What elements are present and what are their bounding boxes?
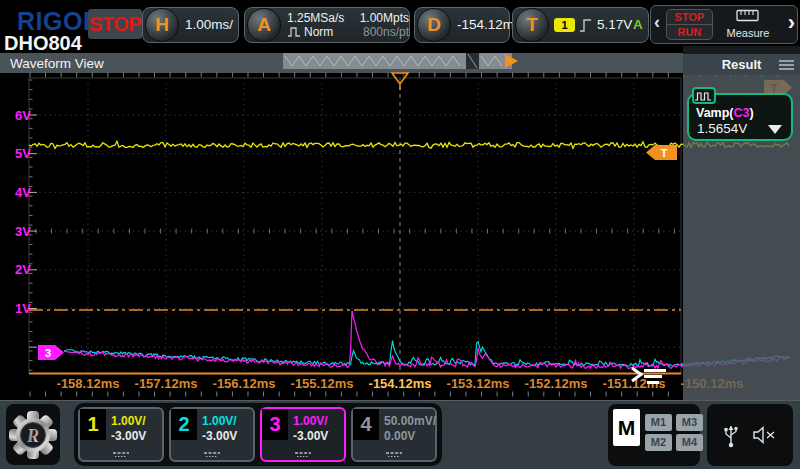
model-label: DHO804 [4,32,82,55]
channel-offset: -3.00V [293,429,328,444]
x-axis-label: -154.12ms [369,376,432,391]
delay-settings-button[interactable]: D -154.12ms [414,7,510,43]
trigger-settings-button[interactable]: T 1 5.17V A [512,7,649,43]
measure-button[interactable]: Measure [719,8,777,41]
trigger-position-marker[interactable] [392,73,408,90]
measurement-name: Vamp(C3) [696,106,754,120]
trigger-level-value: 5.17V [597,17,632,32]
channel-scale: 1.00V/ [111,414,146,429]
jump-to-end-icon[interactable] [632,368,666,384]
trigger-source-badge: 1 [554,18,575,32]
channel-3-position-marker[interactable]: 3 [38,345,64,360]
x-axis-label: -153.12ms [447,376,510,391]
y-axis-label: 1V [15,301,31,316]
channel-buttons-group: 1 1.00V/ -3.00V 2 1.00V/ -3.00V [74,403,442,466]
channel-number: 2 [171,409,197,440]
measurement-type-icon [692,87,716,104]
y-axis-label: 6V [15,108,31,123]
channel-number: 1 [80,409,106,440]
toolbar-right-cluster: ‹ STOP RUN Measure › [650,5,798,44]
y-axis-label: 2V [15,262,31,277]
svg-text:R: R [26,426,39,446]
channel-1-trace [29,141,789,149]
svg-text:T: T [661,147,668,159]
math-button[interactable]: M [613,409,640,446]
top-toolbar: RIGOL STOP H 1.00ms/ A 1.25MSa/s Norm 1.… [0,0,800,54]
channel-1-button[interactable]: 1 1.00V/ -3.00V [78,407,164,462]
status-icons-group [707,404,793,466]
ruler-icon [736,9,760,22]
svg-text:3: 3 [45,347,51,359]
channel-offset: -3.00V [202,429,237,444]
oscilloscope-screen: RIGOL STOP H 1.00ms/ A 1.25MSa/s Norm 1.… [0,0,800,469]
math-m4-button[interactable]: M4 [676,434,703,451]
channel-3-button[interactable]: 3 1.00V/ -3.00V [260,407,346,462]
menu-icon[interactable] [779,60,794,72]
trigger-sweep-mode: A [633,17,643,32]
tab-waveform-view[interactable]: Waveform View [10,56,104,71]
acquire-mode: Norm [304,25,333,39]
channel-offset: 0.00V [384,429,436,444]
horizontal-settings-button[interactable]: H 1.00ms/ [142,7,239,43]
acquire-settings-button[interactable]: A 1.25MSa/s Norm 1.00Mpts 800ns/pt [244,7,410,43]
trigger-level-marker[interactable]: T [646,145,677,160]
channel-offset: -3.00V [111,429,146,444]
rigol-gear-logo: R [6,404,60,465]
dropdown-arrow-icon[interactable] [768,125,782,134]
x-axis-label: -151.12ms [603,376,666,391]
y-axis-label: 4V [15,185,31,200]
channel-3-trace [64,311,790,369]
coupling-icon [385,451,403,458]
y-axis-label: 5V [15,146,31,161]
coupling-icon [294,451,312,458]
trigger-icon[interactable]: T [515,8,549,42]
run-stop-line1: STOP [667,10,712,25]
x-axis-label: -152.12ms [525,376,588,391]
usb-icon [722,421,740,449]
math-m1-button[interactable]: M1 [645,414,672,431]
channel-scale: 1.00V/ [202,414,237,429]
horizontal-icon[interactable]: H [145,8,179,42]
coupling-icon [203,451,221,458]
y-axis-label: 3V [15,224,31,239]
sample-rate: 1.25MSa/s [287,11,349,25]
result-header: Result [683,54,800,75]
result-title: Result [722,57,762,72]
result-panel: Result Vamp(C3) 1.5654V [683,46,800,400]
measurement-card[interactable]: Vamp(C3) 1.5654V [687,93,793,141]
delay-icon[interactable]: D [417,8,451,42]
channel-scale: 1.00V/ [293,414,328,429]
math-m2-button[interactable]: M2 [645,434,672,451]
rigol-menu-button[interactable]: R [6,404,60,465]
x-axis-label: -157.12ms [135,376,198,391]
memory-depth: 1.00Mpts [353,11,409,25]
acquisition-status-badge: STOP [88,9,142,39]
channel-scale: 50.00mV/ [384,414,436,429]
channel-2-button[interactable]: 2 1.00V/ -3.00V [169,407,255,462]
channel-4-button[interactable]: 4 50.00mV/ 0.00V [351,407,437,462]
pulse-icon [287,25,301,39]
timebase-value: 1.00ms/ [185,17,233,32]
measure-label: Measure [719,27,777,39]
bottom-bar: R 1 1.00V/ -3.00V 2 1.00V/ -3 [0,400,800,469]
run-stop-line2: RUN [667,25,712,39]
channel-2-trace [64,341,790,367]
acquire-icon[interactable]: A [247,8,281,42]
rising-edge-icon [579,16,593,34]
run-stop-button[interactable]: STOP RUN [666,9,713,40]
sample-resolution: 800ns/pt [353,25,409,39]
panel-top-strip [683,46,800,54]
speaker-muted-icon [752,424,778,446]
measurement-value: 1.5654V [697,121,747,136]
channel-number: 4 [353,409,379,440]
coupling-icon [112,451,130,458]
math-m3-button[interactable]: M3 [676,414,703,431]
prev-menu-chevron[interactable]: ‹ [654,12,660,33]
x-axis-label: -156.12ms [213,376,276,391]
x-axis-label: -158.12ms [57,376,120,391]
math-group: M M1 M3 M2 M4 [608,404,700,466]
x-axis-label: -155.12ms [291,376,354,391]
next-menu-chevron[interactable]: › [788,10,795,36]
channel-number: 3 [262,409,288,440]
